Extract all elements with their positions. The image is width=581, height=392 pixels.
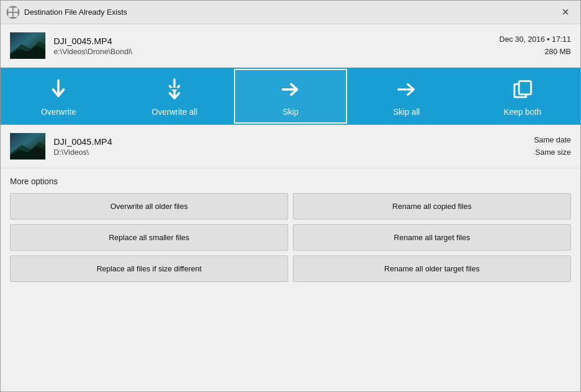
svg-rect-3 xyxy=(14,13,18,17)
skip-all-icon xyxy=(395,78,418,104)
svg-rect-7 xyxy=(171,88,178,89)
source-file-date: Dec 30, 2016 ▪ 17:11 xyxy=(499,34,571,46)
skip-icon xyxy=(279,78,302,104)
replace-size-diff-button[interactable]: Replace all files if size different xyxy=(10,255,288,282)
source-file-size: 280 MB xyxy=(499,46,571,58)
more-options-title: More options xyxy=(10,177,571,186)
source-thumbnail xyxy=(10,32,45,59)
dest-file-name: DJI_0045.MP4 xyxy=(54,137,534,147)
title-bar: Destination File Already Exists ✕ xyxy=(1,1,580,24)
dest-file-path: D:\Videos\ xyxy=(54,148,534,157)
overwrite-icon xyxy=(47,78,70,104)
overwrite-older-button[interactable]: Overwrite all older files xyxy=(10,193,288,220)
rename-copied-button[interactable]: Rename all copied files xyxy=(293,193,571,220)
overwrite-all-button[interactable]: Overwrite all xyxy=(117,68,233,125)
source-file-path: e:\Videos\Drone\Bondi\ xyxy=(54,47,499,56)
source-file-info: DJI_0045.MP4 e:\Videos\Drone\Bondi\ xyxy=(54,36,499,56)
close-button[interactable]: ✕ xyxy=(556,3,575,22)
keep-both-label: Keep both xyxy=(504,107,542,117)
svg-rect-0 xyxy=(8,8,12,12)
more-options-section: More options Overwrite all older files R… xyxy=(1,168,580,391)
skip-button[interactable]: Skip xyxy=(233,68,349,125)
rename-target-button[interactable]: Rename all target files xyxy=(293,224,571,251)
skip-all-label: Skip all xyxy=(393,107,420,117)
overwrite-label: Overwrite xyxy=(41,107,76,117)
dest-date-status: Same date xyxy=(534,134,571,147)
app-icon xyxy=(6,6,19,19)
skip-label: Skip xyxy=(282,107,298,117)
dest-file-row: DJI_0045.MP4 D:\Videos\ Same date Same s… xyxy=(1,125,580,168)
options-grid: Overwrite all older files Rename all cop… xyxy=(10,193,571,282)
overwrite-all-label: Overwrite all xyxy=(151,107,197,117)
source-file-name: DJI_0045.MP4 xyxy=(54,36,499,46)
dest-file-meta: Same date Same size xyxy=(534,134,571,159)
source-file-meta: Dec 30, 2016 ▪ 17:11 280 MB xyxy=(499,34,571,58)
source-file-row: DJI_0045.MP4 e:\Videos\Drone\Bondi\ Dec … xyxy=(1,24,580,68)
rename-older-target-button[interactable]: Rename all older target files xyxy=(293,255,571,282)
dest-size-status: Same size xyxy=(534,147,571,159)
svg-rect-11 xyxy=(519,81,531,94)
window-title: Destination File Already Exists xyxy=(24,8,556,16)
overwrite-all-icon xyxy=(163,78,186,104)
skip-all-button[interactable]: Skip all xyxy=(348,68,464,125)
keep-both-icon xyxy=(511,78,534,104)
keep-both-button[interactable]: Keep both xyxy=(464,68,580,125)
main-window: Destination File Already Exists ✕ xyxy=(0,0,581,392)
svg-rect-2 xyxy=(8,13,12,17)
action-bar: Overwrite Overwrite all Skip xyxy=(1,68,580,125)
dest-thumbnail xyxy=(10,133,45,160)
overwrite-button[interactable]: Overwrite xyxy=(1,68,117,125)
svg-rect-1 xyxy=(14,8,18,12)
replace-smaller-button[interactable]: Replace all smaller files xyxy=(10,224,288,251)
dest-file-info: DJI_0045.MP4 D:\Videos\ xyxy=(54,137,534,157)
